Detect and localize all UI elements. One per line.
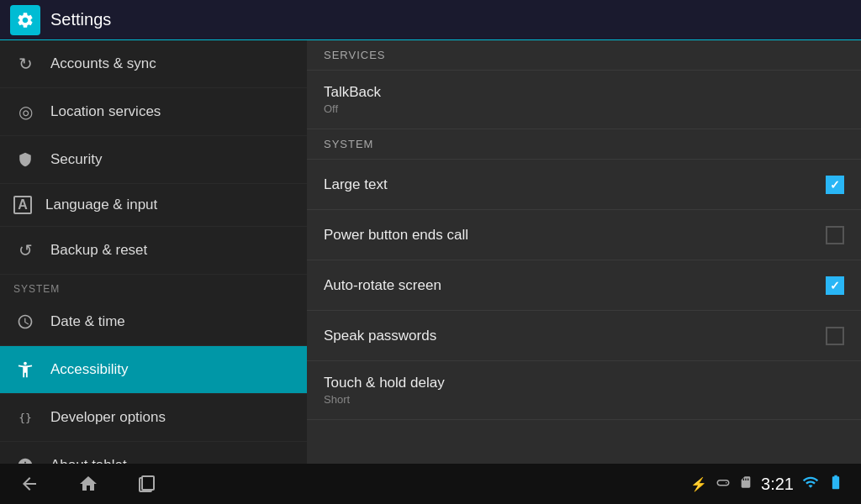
sidebar-item-date-time[interactable]: Date & time [0,298,307,346]
sidebar-item-location-services[interactable]: ◎ Location services [0,88,307,136]
large-text-item[interactable]: Large text ✓ [307,160,861,210]
sidebar-item-backup-reset[interactable]: ↺ Backup & reset [0,227,307,275]
power-button-item[interactable]: Power button ends call [307,210,861,260]
backup-reset-icon: ↺ [13,239,37,262]
power-button-checkbox[interactable] [826,226,844,244]
status-time: 3:21 [761,475,794,494]
sidebar-label-date-time: Date & time [50,313,125,330]
sidebar-item-security[interactable]: Security [0,136,307,184]
developer-options-icon: {} [13,406,37,429]
sidebar-label-developer-options: Developer options [50,409,166,426]
nav-home-button[interactable] [76,471,101,496]
usb-icon: ⚡ [690,476,707,492]
auto-rotate-item[interactable]: Auto-rotate screen ✓ [307,260,861,311]
sidebar: ↻ Accounts & sync ◎ Location services Se… [0,40,307,464]
auto-rotate-title: Auto-rotate screen [324,277,826,294]
talkback-title: TalkBack [324,84,844,101]
sidebar-label-accessibility: Accessibility [50,361,129,378]
status-icons: ⚡ 3:21 [690,474,844,494]
sidebar-label-backup-reset: Backup & reset [50,242,147,259]
sidebar-label-security: Security [50,151,102,168]
system-section-header-content: SYSTEM [307,129,861,160]
sd-card-icon [739,475,753,492]
sidebar-item-developer-options[interactable]: {} Developer options [0,394,307,442]
accessibility-icon [13,358,37,381]
touch-hold-delay-subtitle: Short [324,393,844,406]
sidebar-label-accounts-sync: Accounts & sync [50,55,156,72]
nav-recents-button[interactable] [135,471,160,496]
sidebar-item-accessibility[interactable]: Accessibility [0,346,307,394]
date-time-icon [13,310,37,333]
bottom-bar: ⚡ 3:21 [0,464,861,504]
location-services-icon: ◎ [13,100,37,123]
speak-passwords-title: Speak passwords [324,328,826,344]
nav-buttons [17,471,160,496]
large-text-checkbox[interactable]: ✓ [826,176,844,194]
talkback-item[interactable]: TalkBack Off [307,71,861,129]
sidebar-item-about-tablet[interactable]: About tablet [0,442,307,464]
touch-hold-delay-item[interactable]: Touch & hold delay Short [307,361,861,420]
sidebar-label-language-input: Language & input [45,197,157,213]
speak-passwords-item[interactable]: Speak passwords [307,311,861,361]
svg-rect-1 [142,476,154,490]
auto-rotate-checkbox[interactable]: ✓ [826,276,844,295]
sidebar-label-location-services: Location services [50,103,161,120]
wifi-icon [802,474,819,494]
content-panel: SERVICES TalkBack Off SYSTEM Large text … [307,40,861,464]
about-tablet-icon [13,454,37,464]
nav-back-button[interactable] [17,471,42,496]
speak-passwords-checkbox[interactable] [826,327,844,345]
sidebar-item-language-input[interactable]: A Language & input [0,184,307,227]
power-button-title: Power button ends call [324,227,826,244]
main-layout: ↻ Accounts & sync ◎ Location services Se… [0,40,861,464]
services-section-header: SERVICES [307,40,861,71]
battery-icon [827,474,844,494]
settings-icon [10,5,40,35]
touch-hold-delay-title: Touch & hold delay [324,375,844,391]
language-input-icon: A [13,196,32,214]
sidebar-item-accounts-sync[interactable]: ↻ Accounts & sync [0,40,307,88]
top-bar: Settings [0,0,861,40]
app-title: Settings [50,10,111,29]
sidebar-label-about-tablet: About tablet [50,457,127,464]
storage-icon [716,475,731,493]
accounts-sync-icon: ↻ [13,52,37,76]
large-text-title: Large text [324,176,826,193]
talkback-subtitle: Off [324,102,844,115]
system-section-header: SYSTEM [0,275,307,298]
security-icon [13,148,37,171]
